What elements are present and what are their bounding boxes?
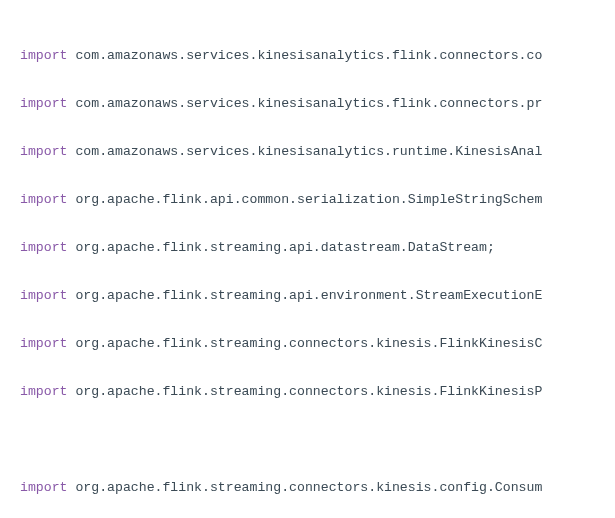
keyword-import: import	[20, 96, 67, 111]
keyword-import: import	[20, 384, 67, 399]
keyword-import: import	[20, 288, 67, 303]
keyword-import: import	[20, 336, 67, 351]
blank-line	[20, 428, 615, 452]
import-line: import org.apache.flink.streaming.connec…	[20, 476, 615, 500]
import-path: com.amazonaws.services.kinesisanalytics.…	[75, 48, 542, 63]
import-path: org.apache.flink.streaming.connectors.ki…	[75, 480, 542, 495]
import-path: com.amazonaws.services.kinesisanalytics.…	[75, 96, 542, 111]
keyword-import: import	[20, 48, 67, 63]
import-line: import com.amazonaws.services.kinesisana…	[20, 140, 615, 164]
keyword-import: import	[20, 480, 67, 495]
import-path: com.amazonaws.services.kinesisanalytics.…	[75, 144, 542, 159]
keyword-import: import	[20, 240, 67, 255]
import-line: import org.apache.flink.streaming.connec…	[20, 380, 615, 404]
import-line: import org.apache.flink.streaming.api.da…	[20, 236, 615, 260]
import-line: import org.apache.flink.api.common.seria…	[20, 188, 615, 212]
import-path: org.apache.flink.api.common.serializatio…	[75, 192, 542, 207]
keyword-import: import	[20, 192, 67, 207]
code-block: import com.amazonaws.services.kinesisana…	[0, 0, 615, 518]
import-path: org.apache.flink.streaming.connectors.ki…	[75, 384, 542, 399]
import-line: import org.apache.flink.streaming.api.en…	[20, 284, 615, 308]
import-path: org.apache.flink.streaming.api.environme…	[75, 288, 542, 303]
keyword-import: import	[20, 144, 67, 159]
import-line: import org.apache.flink.streaming.connec…	[20, 332, 615, 356]
import-path: org.apache.flink.streaming.api.datastrea…	[75, 240, 494, 255]
import-line: import com.amazonaws.services.kinesisana…	[20, 44, 615, 68]
import-line: import com.amazonaws.services.kinesisana…	[20, 92, 615, 116]
import-path: org.apache.flink.streaming.connectors.ki…	[75, 336, 542, 351]
